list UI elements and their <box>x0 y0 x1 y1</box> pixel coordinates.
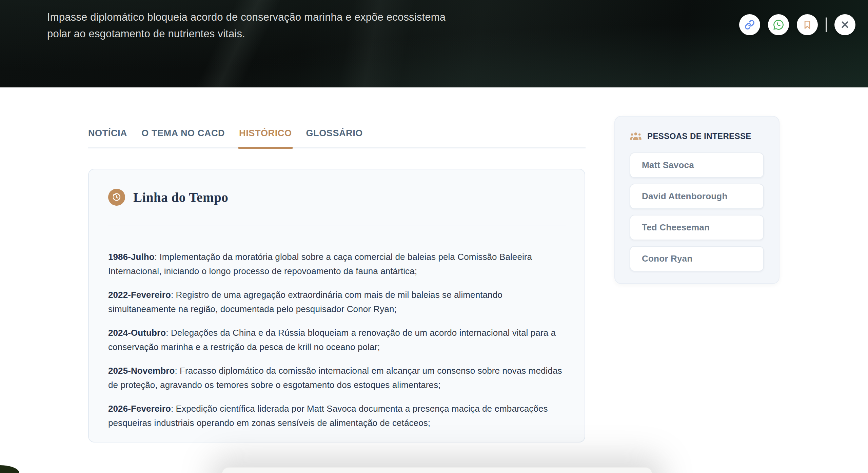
people-panel-header: PESSOAS DE INTERESSE <box>630 131 764 141</box>
people-list: Matt Savoca David Attenborough Ted Chees… <box>630 152 764 271</box>
timeline-entry: 1986-Julho: Implementação da moratória g… <box>108 250 566 278</box>
person-card-conor-ryan[interactable]: Conor Ryan <box>630 246 764 271</box>
person-name: David Attenborough <box>642 191 728 202</box>
timeline-entry-text: : Delegações da China e da Rússia bloque… <box>108 328 556 352</box>
corner-image-fragment <box>0 465 19 473</box>
timeline-entry-date: 2022-Fevereiro <box>108 290 171 300</box>
copy-link-button[interactable] <box>739 14 760 35</box>
timeline-entry-text: : Implementação da moratória global sobr… <box>108 252 532 276</box>
hero-header: Impasse diplomático bloqueia acordo de c… <box>0 0 868 87</box>
article-headline: Impasse diplomático bloqueia acordo de c… <box>47 9 501 42</box>
people-of-interest-panel: PESSOAS DE INTERESSE Matt Savoca David A… <box>614 116 780 284</box>
person-card-ted-cheeseman[interactable]: Ted Cheeseman <box>630 215 764 240</box>
timeline-header: Linha do Tempo <box>108 189 566 206</box>
person-card-matt-savoca[interactable]: Matt Savoca <box>630 152 764 178</box>
history-icon <box>108 189 125 206</box>
bookmark-button[interactable] <box>797 14 818 35</box>
timeline-entry-date: 1986-Julho <box>108 252 155 262</box>
tab-o-tema-no-cacd[interactable]: O TEMA NO CACD <box>141 128 225 147</box>
bottom-sheet[interactable] <box>221 467 653 473</box>
content-tabs: NOTÍCIA O TEMA NO CACD HISTÓRICO GLOSSÁR… <box>88 128 586 148</box>
person-card-david-attenborough[interactable]: David Attenborough <box>630 184 764 209</box>
close-button[interactable] <box>834 14 855 35</box>
person-name: Ted Cheeseman <box>642 222 710 233</box>
timeline-entry: 2022-Fevereiro: Registro de uma agregaçã… <box>108 288 566 316</box>
action-divider <box>826 17 827 32</box>
timeline-entry-text: : Expedição científica liderada por Matt… <box>108 404 548 428</box>
timeline-entry-text: : Fracasso diplomático da comissão inter… <box>108 366 562 390</box>
link-icon <box>745 20 755 30</box>
timeline-entry-date: 2026-Fevereiro <box>108 404 171 414</box>
timeline-divider <box>108 226 566 226</box>
person-name: Matt Savoca <box>642 160 694 170</box>
timeline-entry-date: 2025-Novembro <box>108 366 175 376</box>
close-icon <box>841 20 849 29</box>
whatsapp-icon <box>773 19 784 30</box>
timeline-card: Linha do Tempo 1986-Julho: Implementação… <box>88 169 585 443</box>
people-group-icon <box>630 131 642 141</box>
timeline-title: Linha do Tempo <box>133 190 228 205</box>
timeline-entry: 2025-Novembro: Fracasso diplomático da c… <box>108 364 566 392</box>
timeline-entry-date: 2024-Outubro <box>108 328 166 338</box>
person-name: Conor Ryan <box>642 253 692 264</box>
tab-historico[interactable]: HISTÓRICO <box>239 128 292 147</box>
tab-glossario[interactable]: GLOSSÁRIO <box>306 128 363 147</box>
tab-noticia[interactable]: NOTÍCIA <box>88 128 127 147</box>
whatsapp-share-button[interactable] <box>768 14 789 35</box>
timeline-entry: 2024-Outubro: Delegações da China e da R… <box>108 326 566 354</box>
bookmark-icon <box>802 20 812 30</box>
hero-action-bar <box>739 14 855 35</box>
timeline-entries: 1986-Julho: Implementação da moratória g… <box>108 250 566 430</box>
timeline-entry: 2026-Fevereiro: Expedição científica lid… <box>108 402 566 430</box>
people-panel-title: PESSOAS DE INTERESSE <box>647 131 751 141</box>
